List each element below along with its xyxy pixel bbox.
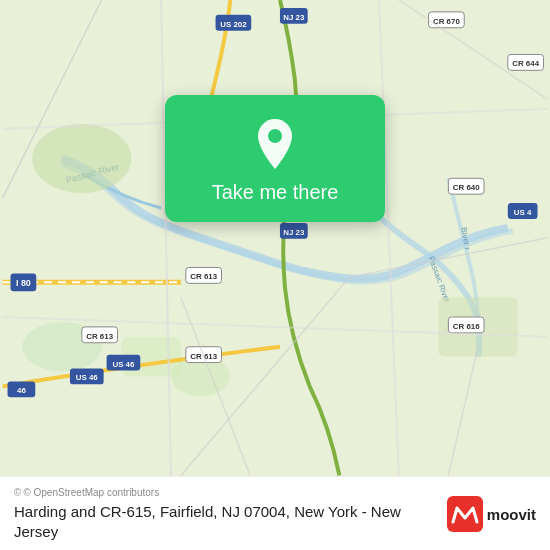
svg-text:CR 613: CR 613 (86, 332, 113, 341)
take-me-there-label: Take me there (212, 181, 339, 203)
svg-text:CR 613: CR 613 (190, 272, 217, 281)
moovit-text: moovit (487, 506, 536, 523)
svg-text:CR 640: CR 640 (453, 183, 480, 192)
svg-text:NJ 23: NJ 23 (283, 228, 305, 237)
svg-text:CR 644: CR 644 (512, 59, 539, 68)
svg-text:US 4: US 4 (514, 208, 532, 217)
svg-text:CR 616: CR 616 (453, 322, 480, 331)
svg-text:NJ 23: NJ 23 (283, 13, 305, 22)
map-container: Passaic River Passaic River Biver r I 80 (0, 0, 550, 476)
svg-text:US 46: US 46 (76, 373, 99, 382)
location-pin-icon (253, 117, 297, 171)
footer-address: Harding and CR-615, Fairfield, NJ 07004,… (14, 502, 437, 543)
moovit-logo: moovit (447, 496, 536, 532)
take-me-there-button[interactable]: Take me there (212, 181, 339, 204)
svg-point-51 (268, 129, 282, 143)
svg-text:US 202: US 202 (220, 20, 247, 29)
footer: © © OpenStreetMap contributors Harding a… (0, 476, 550, 551)
location-popup: Take me there (165, 95, 385, 222)
svg-text:46: 46 (17, 386, 26, 395)
svg-text:CR 670: CR 670 (433, 17, 460, 26)
svg-text:I 80: I 80 (16, 278, 31, 288)
attribution: © © OpenStreetMap contributors (14, 487, 437, 498)
app: Passaic River Passaic River Biver r I 80 (0, 0, 550, 550)
footer-left: © © OpenStreetMap contributors Harding a… (14, 487, 437, 543)
attribution-text: © OpenStreetMap contributors (23, 487, 159, 498)
svg-point-4 (32, 124, 131, 193)
svg-text:US 46: US 46 (112, 360, 135, 369)
moovit-icon (447, 496, 483, 532)
copyright-icon: © (14, 487, 21, 498)
map-background: Passaic River Passaic River Biver r I 80 (0, 0, 550, 476)
svg-rect-52 (447, 496, 483, 532)
